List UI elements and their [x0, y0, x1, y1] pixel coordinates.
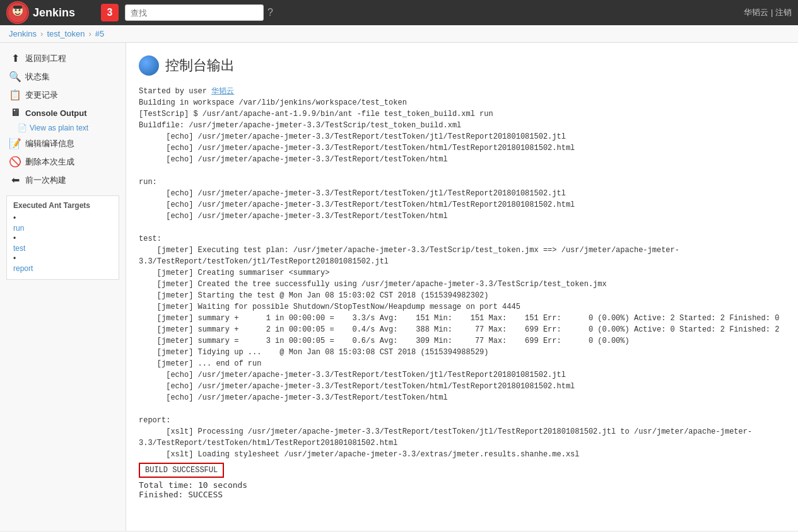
user-link[interactable]: 华韬云	[744, 7, 768, 18]
breadcrumb-jenkins[interactable]: Jenkins	[9, 29, 37, 38]
notification-badge[interactable]: 3	[101, 4, 119, 21]
sidebar-item-console-output[interactable]: 🖥 Console Output	[0, 104, 126, 122]
sidebar-label-plain-text: View as plain text	[30, 124, 88, 132]
ant-target-test[interactable]: test	[13, 244, 112, 253]
build-success-box: BUILD SUCCESSFUL	[139, 463, 224, 478]
logo-area: Jenkins	[6, 1, 95, 24]
changes-icon: 📋	[9, 89, 21, 101]
breadcrumb: Jenkins › test_token › #5	[0, 25, 798, 43]
breadcrumb-test-token[interactable]: test_token	[47, 29, 85, 38]
bullet-run: •	[13, 214, 16, 223]
delete-icon: 🚫	[9, 156, 21, 168]
search-icon: 🔍	[9, 71, 21, 83]
jenkins-logo-icon	[6, 1, 29, 24]
sidebar-item-changes[interactable]: 📋 变更记录	[0, 86, 126, 104]
sidebar-label-edit: 编辑编译信息	[25, 138, 74, 149]
ant-target-run[interactable]: run	[13, 224, 112, 233]
sidebar-label-back: 返回到工程	[25, 53, 66, 64]
main-content: 控制台输出 Started by user 华韬云 Building in wo…	[126, 43, 798, 531]
sidebar-label-changes: 变更记录	[25, 90, 58, 101]
svg-point-3	[19, 9, 21, 11]
sidebar-item-prev-build[interactable]: ⬅ 前一次构建	[0, 171, 126, 189]
ant-target-report[interactable]: report	[13, 264, 112, 273]
ant-targets-box: Executed Ant Targets • run • test • repo…	[6, 195, 119, 280]
prev-icon: ⬅	[9, 174, 21, 186]
ant-targets-title: Executed Ant Targets	[13, 201, 112, 210]
sidebar-item-delete-build[interactable]: 🚫 删除本次生成	[0, 153, 126, 171]
sidebar-label-console: Console Output	[25, 108, 87, 118]
globe-icon	[139, 55, 159, 76]
page-title-row: 控制台输出	[139, 55, 785, 76]
console-footer-lines: Total time: 10 seconds Finished: SUCCESS	[139, 480, 785, 499]
console-area: Started by user 华韬云 Building in workspac…	[139, 86, 785, 499]
sidebar-sub-item-plain-text[interactable]: 📄 View as plain text	[0, 122, 126, 134]
breadcrumb-build-number[interactable]: #5	[95, 29, 104, 38]
sidebar-label-status: 状态集	[25, 71, 50, 83]
sidebar-label-delete: 删除本次生成	[25, 156, 74, 168]
sidebar-item-back-to-project[interactable]: ⬆ 返回到工程	[0, 49, 126, 67]
sidebar: ⬆ 返回到工程 🔍 状态集 📋 变更记录 🖥 Console Output 📄 …	[0, 43, 126, 531]
edit-icon: 📝	[9, 137, 21, 149]
search-area: ?	[125, 4, 737, 21]
search-input[interactable]	[125, 4, 264, 21]
bullet-report: •	[13, 254, 16, 263]
header: Jenkins 3 ? 华韬云 | 注销	[0, 0, 798, 25]
page-title: 控制台输出	[165, 56, 235, 75]
file-icon: 📄	[18, 124, 27, 132]
svg-point-2	[15, 9, 17, 11]
console-output-text: Started by user 华韬云 Building in workspac…	[139, 86, 785, 460]
sidebar-label-prev: 前一次构建	[25, 175, 66, 186]
user-area: 华韬云 | 注销	[744, 7, 792, 18]
bullet-test: •	[13, 234, 16, 243]
svg-rect-4	[13, 6, 22, 9]
user-name-link[interactable]: 华韬云	[211, 87, 234, 96]
logo-text: Jenkins	[33, 6, 75, 20]
sidebar-item-edit-compile[interactable]: 📝 编辑编译信息	[0, 134, 126, 153]
help-icon-button[interactable]: ?	[267, 7, 273, 18]
sidebar-item-status[interactable]: 🔍 状态集	[0, 67, 126, 86]
logout-link[interactable]: | 注销	[771, 7, 792, 18]
layout: ⬆ 返回到工程 🔍 状态集 📋 变更记录 🖥 Console Output 📄 …	[0, 43, 798, 531]
console-icon: 🖥	[9, 107, 21, 119]
arrow-up-icon: ⬆	[9, 52, 21, 64]
